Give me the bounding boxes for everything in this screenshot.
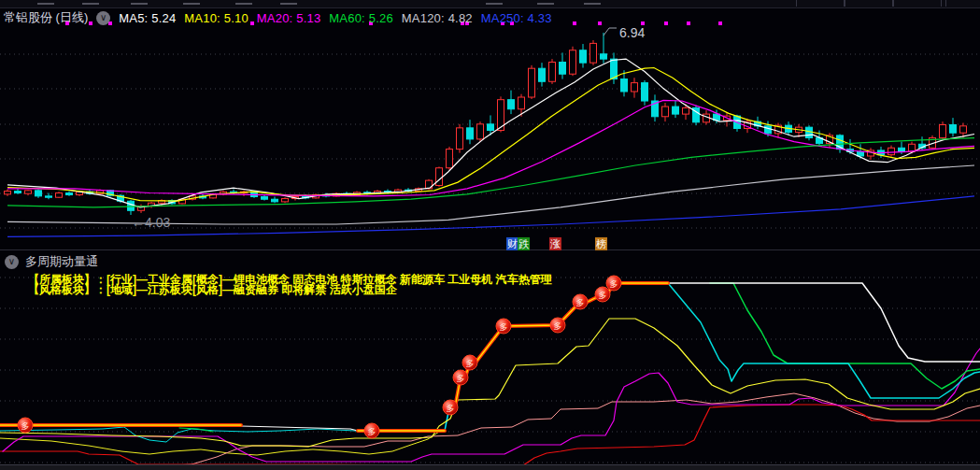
chevron-down-icon[interactable]: ∨ — [5, 255, 19, 269]
ball-glyph: 多 — [599, 291, 607, 300]
chevron-down-icon[interactable]: ∨ — [96, 11, 110, 25]
ma-lines-group — [7, 59, 974, 236]
ball-glyph: 多 — [500, 322, 508, 332]
ma-line-MA20 — [7, 100, 974, 195]
panel-divider — [0, 249, 980, 250]
ma-value-label: MA5: 5.24 — [119, 11, 176, 25]
ma-value-label: MA120: 4.82 — [402, 11, 473, 25]
momentum-series-group — [0, 283, 980, 467]
ball-glyph: 多 — [554, 321, 562, 331]
ma-line-MA60 — [7, 138, 974, 207]
candles-group — [5, 33, 967, 215]
ball-glyph: 多 — [576, 298, 585, 307]
ball-glyph: 多 — [368, 427, 376, 436]
ball-glyph: 多 — [457, 374, 465, 383]
indicator-line-green-right — [710, 283, 980, 389]
hot-badge[interactable]: 榜 — [595, 237, 607, 250]
trading-app-window: 6.94←4.03多多多多多多多多多多 常铝股份 (日线) ∨ MA5: 5.2… — [0, 0, 980, 470]
sector-line-style[interactable]: 【风格板块】：[地域]—江苏板块[风格]—融资融券 即将解禁 活跃小盘国企 — [28, 285, 552, 295]
indicator-line-red — [0, 405, 980, 465]
ma-value-label: MA250: 4.33 — [481, 11, 552, 25]
price-annotations: 6.94←4.03 — [132, 25, 645, 230]
hot-badge[interactable]: 跌 — [518, 237, 530, 250]
sector-info-lines[interactable]: 【所属板块】：[行业]—工业金属[概念]—锂电池概念 固态电池 特斯拉概念 新能… — [28, 275, 552, 295]
ball-glyph: 多 — [466, 359, 475, 368]
indicator-title: 多周期动量通 — [25, 253, 98, 270]
ma-value-label: MA60: 5.26 — [329, 11, 393, 25]
long-signal-balls: 多多多多多多多多多多 — [18, 276, 621, 438]
sub-panel-header: ∨ 多周期动量通 — [5, 253, 98, 270]
low-price-label: ←4.03 — [132, 215, 170, 230]
ball-glyph: 多 — [447, 404, 455, 413]
ball-glyph: 多 — [610, 279, 618, 289]
ma-value-label: MA20: 5.13 — [257, 11, 321, 25]
ma-value-label: MA10: 5.10 — [184, 11, 249, 25]
high-price-label: 6.94 — [619, 25, 645, 40]
chart-canvas[interactable]: 6.94←4.03多多多多多多多多多多 — [0, 0, 980, 470]
hot-badge[interactable]: 涨 — [549, 237, 561, 250]
main-chart-header: 常铝股份 (日线) ∨ MA5: 5.24MA10: 5.10MA20: 5.1… — [4, 9, 561, 26]
bottom-edge-strip — [0, 464, 980, 470]
stock-title: 常铝股份 (日线) — [4, 9, 88, 26]
ma-values-row: MA5: 5.24MA10: 5.10MA20: 5.13MA60: 5.26M… — [119, 11, 560, 25]
indicator-line-salmon — [138, 393, 980, 467]
indicator-line-orange-steps — [449, 283, 668, 407]
indicator-line-cyan-right — [668, 283, 980, 398]
ball-glyph: 多 — [21, 421, 30, 431]
